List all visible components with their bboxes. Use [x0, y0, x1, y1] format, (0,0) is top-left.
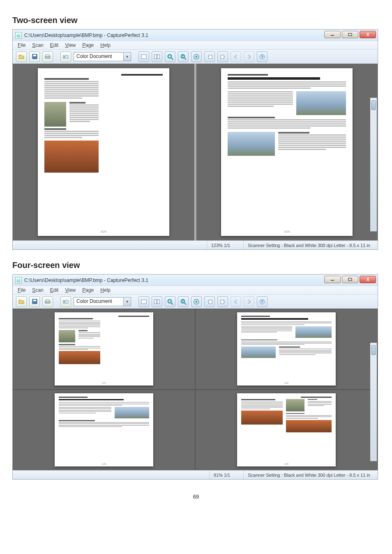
page-left: A28	[38, 68, 169, 236]
menu-file[interactable]: File	[15, 42, 28, 49]
statusbar: 123% 1/1 Scanner Setting : Black and Whi…	[13, 240, 378, 249]
zoom-out-button[interactable]	[178, 296, 189, 307]
titlebar: C:\Users\Desktop\sample\BMP.bmp - Captur…	[13, 30, 378, 41]
color-mode-dropdown[interactable]: Color Document ▾	[74, 297, 131, 306]
svg-point-30	[168, 299, 172, 303]
svg-rect-8	[141, 55, 146, 59]
svg-point-36	[260, 299, 265, 304]
chevron-down-icon: ▾	[124, 52, 131, 61]
page-1: A27	[55, 312, 153, 385]
svg-rect-16	[221, 55, 224, 59]
app-icon	[15, 277, 22, 284]
statusbar: 91% 1/1 Scanner Setting : Black and Whit…	[13, 470, 378, 479]
maximize-button[interactable]	[342, 31, 358, 38]
page-prev-button[interactable]	[231, 51, 241, 62]
app-window-two-screen: C:\Users\Desktop\sample\BMP.bmp - Captur…	[12, 29, 378, 250]
page-right: A26	[221, 68, 353, 236]
svg-rect-2	[32, 54, 37, 59]
rotate-left-button[interactable]	[204, 51, 215, 62]
zoom-out-button[interactable]	[178, 51, 189, 62]
close-button[interactable]: X	[360, 31, 376, 38]
help-button[interactable]: ?	[257, 51, 267, 62]
window-title: C:\Users\Desktop\sample\BMP.bmp - Captur…	[24, 32, 148, 38]
menubar: File Scan Edit View Page Help	[13, 286, 378, 295]
menu-help[interactable]: Help	[98, 42, 113, 49]
menubar: File Scan Edit View Page Help	[13, 41, 378, 50]
chevron-down-icon: ▾	[124, 297, 131, 306]
status-zoom: 91% 1/1	[209, 471, 234, 479]
svg-point-13	[194, 54, 199, 59]
svg-rect-19	[331, 280, 334, 281]
document-page-number: 69	[12, 494, 380, 500]
menu-page[interactable]: Page	[80, 286, 96, 294]
layout-single-button[interactable]	[138, 296, 149, 307]
print-button[interactable]	[42, 296, 53, 307]
svg-rect-0	[331, 35, 334, 36]
menu-page[interactable]: Page	[80, 42, 96, 49]
pane-bottom-right[interactable]: A29	[195, 390, 378, 471]
scanner-select-button[interactable]	[60, 51, 71, 62]
save-button[interactable]	[29, 51, 40, 62]
rotate-right-button[interactable]	[217, 296, 228, 307]
page-next-button[interactable]	[244, 296, 254, 307]
section-heading-four: Four-screen view	[12, 261, 380, 270]
help-button[interactable]: ?	[257, 296, 267, 307]
svg-point-12	[181, 54, 185, 58]
layout-single-button[interactable]	[138, 51, 149, 62]
zoom-fit-button[interactable]	[191, 51, 202, 62]
rotate-right-button[interactable]	[217, 51, 228, 62]
page-number: A26	[237, 382, 336, 384]
right-pane[interactable]: A26	[196, 64, 378, 240]
svg-rect-27	[141, 300, 146, 304]
menu-scan[interactable]: Scan	[30, 286, 46, 294]
svg-rect-23	[45, 301, 50, 303]
menu-help[interactable]: Help	[98, 286, 113, 294]
pane-top-left[interactable]: A27	[13, 309, 195, 390]
app-window-four-screen: C:\Users\Desktop\sample\BMP.bmp - Captur…	[12, 274, 378, 480]
status-scanner-setting: Scanner Setting : Black and White 300 dp…	[243, 241, 374, 249]
open-file-button[interactable]	[16, 51, 27, 62]
vertical-scrollbar[interactable]	[370, 98, 377, 231]
scanner-select-button[interactable]	[60, 296, 71, 307]
page-4: A29	[237, 393, 336, 466]
zoom-in-button[interactable]	[165, 296, 175, 307]
print-button[interactable]	[42, 51, 53, 62]
svg-rect-25	[63, 300, 68, 303]
menu-file[interactable]: File	[15, 286, 28, 294]
page-number: A26	[221, 230, 353, 233]
page-prev-button[interactable]	[231, 296, 241, 307]
layout-split-button[interactable]	[152, 296, 162, 307]
open-file-button[interactable]	[16, 296, 27, 307]
color-mode-label: Color Document	[74, 52, 124, 61]
maximize-button[interactable]	[342, 276, 358, 283]
section-heading-two: Two-screen view	[12, 16, 380, 25]
zoom-fit-button[interactable]	[191, 296, 202, 307]
color-mode-dropdown[interactable]: Color Document ▾	[74, 52, 131, 61]
pane-top-right[interactable]: A26	[195, 309, 378, 390]
menu-view[interactable]: View	[62, 286, 78, 294]
vertical-scrollbar[interactable]	[370, 343, 377, 461]
page-number: A26	[55, 463, 153, 465]
minimize-button[interactable]	[324, 276, 341, 283]
page-next-button[interactable]	[244, 51, 254, 62]
svg-rect-10	[157, 55, 160, 59]
svg-rect-9	[154, 55, 157, 59]
left-pane[interactable]: A28	[13, 64, 194, 240]
toolbar: Color Document ▾ ?	[13, 295, 378, 309]
pane-bottom-left[interactable]: A26	[13, 390, 195, 471]
menu-scan[interactable]: Scan	[30, 42, 46, 49]
svg-point-14	[196, 55, 198, 58]
minimize-button[interactable]	[324, 31, 341, 38]
page-3: A26	[55, 393, 153, 466]
zoom-in-button[interactable]	[165, 51, 175, 62]
save-button[interactable]	[29, 296, 40, 307]
menu-view[interactable]: View	[62, 42, 78, 49]
svg-rect-24	[46, 300, 49, 301]
menu-edit[interactable]: Edit	[48, 42, 61, 49]
menu-edit[interactable]: Edit	[48, 286, 61, 294]
layout-split-button[interactable]	[152, 51, 162, 62]
rotate-left-button[interactable]	[204, 296, 215, 307]
close-button[interactable]: X	[360, 276, 376, 283]
color-mode-label: Color Document	[74, 297, 124, 306]
status-scanner-setting: Scanner Setting : Black and White 300 dp…	[243, 471, 374, 479]
